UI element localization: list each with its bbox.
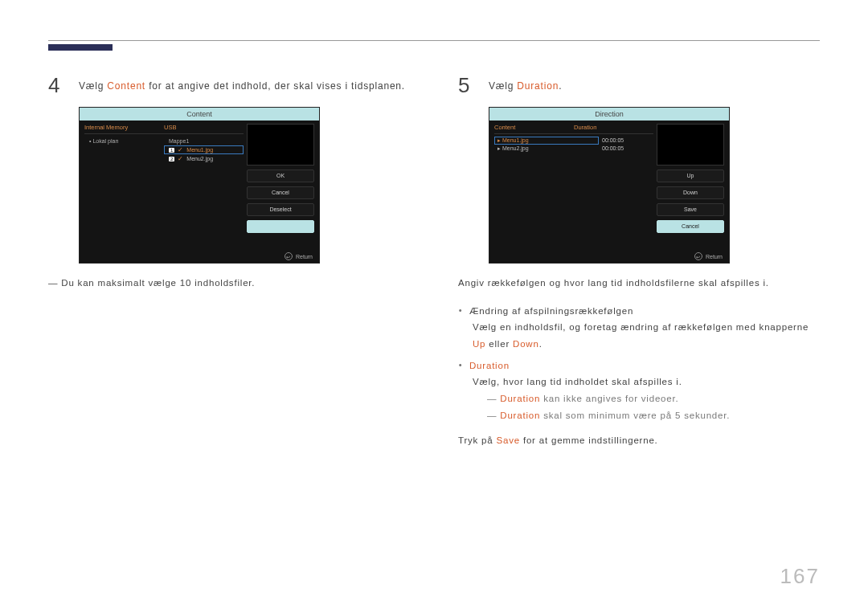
device4-file2-row[interactable]: 2 ✓ Menu2.jpg bbox=[164, 154, 244, 163]
save-button[interactable]: Save bbox=[657, 203, 724, 216]
step-5-prefix: Vælg bbox=[489, 80, 517, 92]
step-4-text: Vælg Content for at angive det indhold, … bbox=[79, 75, 405, 93]
bullet-duration-head: Duration bbox=[469, 358, 510, 374]
device4-file1-row[interactable]: 1 ✓ Menu1.jpg bbox=[164, 145, 244, 154]
device5-file1: ▸ Menu1.jpg bbox=[494, 137, 599, 145]
highlight-button[interactable] bbox=[247, 220, 314, 233]
bullet-seq-head: Ændring af afspilningsrækkefølgen bbox=[469, 303, 633, 320]
bullet-icon: • bbox=[458, 303, 463, 320]
device4-file2-label: Menu2.jpg bbox=[186, 156, 213, 161]
deselect-button[interactable]: Deselect bbox=[247, 203, 314, 216]
device5-head-duration[interactable]: Duration bbox=[574, 124, 653, 131]
return-icon[interactable]: ↩ bbox=[694, 252, 702, 260]
device4-folder[interactable]: Mappe1 bbox=[164, 137, 244, 145]
up-button[interactable]: Up bbox=[657, 170, 724, 182]
cancel-button-5[interactable]: Cancel bbox=[657, 220, 724, 233]
device5-dur2: 00:00:05 bbox=[599, 145, 653, 153]
return-icon[interactable]: ↩ bbox=[285, 252, 293, 260]
device5-head-content[interactable]: Content bbox=[494, 124, 574, 131]
device4-file1-num: 1 bbox=[169, 148, 174, 153]
device4-file2-num: 2 bbox=[169, 157, 174, 161]
ok-button[interactable]: OK bbox=[247, 170, 314, 182]
device4-head-internal[interactable]: Internal Memory bbox=[84, 124, 164, 131]
cancel-button[interactable]: Cancel bbox=[247, 186, 314, 199]
device5-dur1: 00:00:05 bbox=[599, 137, 653, 145]
device4-head-usb[interactable]: USB bbox=[164, 124, 244, 131]
device-direction-panel: Direction Content Duration ▸ Menu1.jpg 0… bbox=[489, 107, 730, 264]
step-4-suffix: for at angive det indhold, der skal vise… bbox=[145, 80, 405, 92]
device5-row-2[interactable]: ▸ Menu2.jpg 00:00:05 bbox=[494, 145, 653, 153]
device4-file1-label: Menu1.jpg bbox=[186, 147, 213, 153]
step-5-number: 5 bbox=[458, 75, 476, 96]
step5-intro: Angiv rækkefølgen og hvor lang tid indho… bbox=[458, 275, 820, 292]
device5-return-label: Return bbox=[706, 254, 723, 260]
bullet-duration-body: Vælg, hvor lang tid indholdet skal afspi… bbox=[473, 374, 820, 390]
device4-title: Content bbox=[80, 108, 319, 121]
step-5-suffix: . bbox=[559, 80, 562, 92]
step-4-keyword: Content bbox=[107, 80, 145, 92]
device4-return-label: Return bbox=[296, 254, 313, 260]
closing-line: Tryk på Save for at gemme indstillingern… bbox=[458, 432, 820, 449]
device4-local-plan[interactable]: • Lokal plan bbox=[84, 137, 164, 145]
step-5-text: Vælg Duration. bbox=[489, 75, 562, 93]
bullet-seq-body: Vælg en indholdsfil, og foretag ændring … bbox=[473, 319, 820, 352]
page-number: 167 bbox=[780, 564, 820, 589]
device4-preview bbox=[247, 124, 314, 166]
device5-title: Direction bbox=[489, 108, 729, 121]
check-icon: ✓ bbox=[178, 146, 183, 153]
step-4-prefix: Vælg bbox=[79, 80, 107, 92]
down-button[interactable]: Down bbox=[657, 186, 724, 199]
device5-row-1[interactable]: ▸ Menu1.jpg 00:00:05 bbox=[494, 137, 653, 145]
bullet-icon: • bbox=[458, 358, 463, 374]
check-icon: ✓ bbox=[178, 155, 183, 162]
device5-preview bbox=[657, 124, 724, 166]
device-content-panel: Content Internal Memory USB • Lokal plan bbox=[79, 107, 320, 264]
step4-note: ― Du kan maksimalt vælge 10 indholdsfile… bbox=[48, 275, 410, 292]
duration-sub-2: ― Duration skal som minimum være på 5 se… bbox=[487, 407, 820, 424]
device5-file2: ▸ Menu2.jpg bbox=[494, 145, 599, 153]
duration-sub-1: ― Duration kan ikke angives for videoer. bbox=[487, 390, 820, 407]
step-4-number: 4 bbox=[48, 75, 66, 96]
step-5-keyword: Duration bbox=[517, 80, 559, 92]
